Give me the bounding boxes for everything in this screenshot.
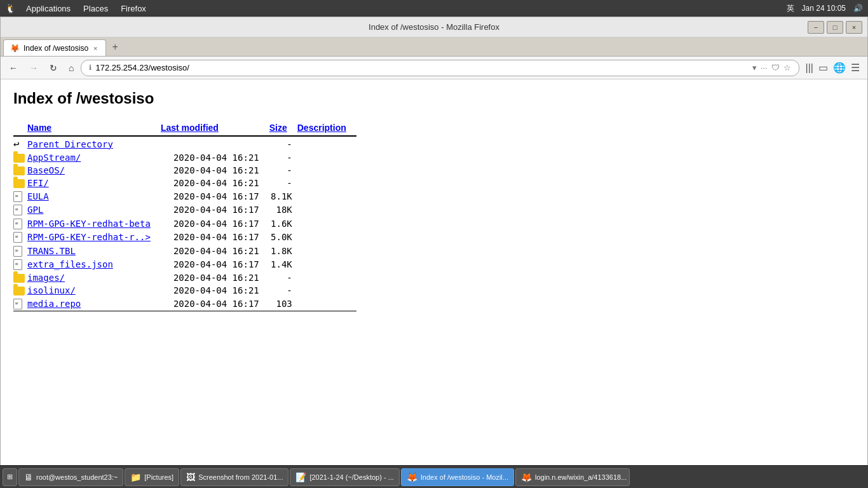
minimize-button[interactable]: −	[808, 21, 824, 34]
taskbar: ⊞ 🖥root@westos_student23:~📁[Pictures]🖼Sc…	[0, 465, 868, 488]
reload-button[interactable]: ↻	[45, 61, 62, 75]
row-icon	[13, 258, 27, 272]
folder-icon	[13, 287, 25, 295]
desc-col-header[interactable]: Description	[297, 120, 356, 136]
directory-table: Name Last modified Size Description ↩Par…	[13, 120, 356, 311]
modified-sort-link[interactable]: Last modified	[161, 123, 219, 133]
tab-favicon: 🦊	[10, 44, 20, 53]
row-modified	[161, 137, 269, 151]
taskbar-item[interactable]: 🦊Index of /westosiso - Mozil...	[401, 468, 514, 486]
file-icon	[13, 205, 22, 215]
entry-link[interactable]: GPL	[27, 205, 43, 215]
entry-link[interactable]: media.repo	[27, 299, 81, 309]
table-row: RPM-GPG-KEY-redhat-r..>2020-04-04 16:175…	[13, 231, 356, 245]
row-description	[297, 271, 356, 284]
row-modified: 2020-04-04 16:21	[161, 244, 269, 258]
row-icon	[13, 271, 27, 284]
name-sort-link[interactable]: Name	[27, 123, 51, 133]
url-shield-icon[interactable]: 🛡	[771, 63, 780, 72]
row-name: BaseOS/	[27, 164, 161, 177]
entry-link[interactable]: RPM-GPG-KEY-redhat-r..>	[27, 232, 151, 242]
row-size: -	[269, 271, 297, 284]
back-button[interactable]: ←	[4, 61, 22, 75]
row-modified: 2020-04-04 16:17	[161, 189, 269, 203]
table-row: extra_files.json2020-04-04 16:171.4K	[13, 258, 356, 272]
maximize-button[interactable]: □	[827, 21, 843, 34]
entry-link[interactable]: RPM-GPG-KEY-redhat-beta	[27, 219, 151, 229]
url-dropdown-icon[interactable]: ▾	[752, 63, 757, 72]
row-size: -	[269, 284, 297, 297]
taskbar-item-icon: 🦊	[521, 472, 532, 482]
taskbar-item[interactable]: 🦊login.n.ew/wixin_a/4133618...	[515, 468, 630, 486]
row-icon	[13, 189, 27, 203]
tab-close-button[interactable]: ×	[92, 44, 98, 52]
entry-link[interactable]: AppStream/	[27, 152, 81, 163]
row-modified: 2020-04-04 16:17	[161, 258, 269, 272]
entry-link[interactable]: extra_files.json	[27, 259, 113, 269]
taskbar-item-icon: 🦊	[407, 472, 417, 482]
applications-menu[interactable]: Applications	[21, 3, 76, 15]
row-description	[297, 217, 356, 231]
taskbar-item[interactable]: 🖼Screenshot from 2021-01...	[180, 468, 288, 486]
entry-link[interactable]: BaseOS/	[27, 165, 65, 175]
taskbar-item[interactable]: 📁[Pictures]	[125, 468, 179, 486]
menu-icon[interactable]: ☰	[851, 62, 860, 74]
sidebar-icon[interactable]: ▭	[818, 62, 828, 74]
directory-body: ↩Parent Directory-AppStream/2020-04-04 1…	[13, 137, 356, 311]
taskbar-item-icon: 🖥	[24, 472, 33, 482]
file-icon	[13, 299, 22, 309]
row-modified: 2020-04-04 16:17	[161, 297, 269, 311]
url-more-icon[interactable]: ···	[761, 63, 768, 72]
entry-link[interactable]: EFI/	[27, 178, 49, 188]
file-icon	[13, 219, 22, 229]
size-sort-link[interactable]: Size	[269, 123, 287, 133]
table-row: EULA2020-04-04 16:178.1K	[13, 189, 356, 203]
forward-button[interactable]: →	[25, 61, 43, 75]
row-size: 103	[269, 297, 297, 311]
taskbar-item[interactable]: 🖥root@westos_student23:~	[18, 468, 123, 486]
close-button[interactable]: ×	[846, 21, 862, 34]
entry-link[interactable]: isolinux/	[27, 285, 76, 295]
desc-sort-link[interactable]: Description	[297, 123, 346, 133]
row-name: images/	[27, 271, 161, 284]
row-size: -	[269, 177, 297, 189]
name-col-header[interactable]: Name	[27, 120, 161, 136]
table-row: EFI/2020-04-04 16:21-	[13, 177, 356, 189]
modified-col-header[interactable]: Last modified	[161, 120, 269, 136]
new-tab-button[interactable]: +	[107, 39, 123, 55]
row-modified: 2020-04-04 16:21	[161, 284, 269, 297]
page-title: Index of /westosiso	[13, 90, 855, 107]
library-icon[interactable]: |||	[806, 62, 813, 74]
taskbar-item-label: [2021-1-24 (~/Desktop) - ...	[309, 473, 393, 481]
show-desktop-button[interactable]: ⊞	[3, 468, 17, 486]
entry-link[interactable]: TRANS.TBL	[27, 246, 76, 256]
active-tab[interactable]: 🦊 Index of /westosiso ×	[3, 39, 106, 56]
url-bar[interactable]: ℹ 172.25.254.23/westosiso/ ▾ ··· 🛡 ☆	[81, 60, 799, 76]
home-button[interactable]: ⌂	[64, 61, 78, 75]
row-size: 18K	[269, 203, 297, 217]
entry-link[interactable]: images/	[27, 273, 65, 283]
row-name: isolinux/	[27, 284, 161, 297]
row-size: 1.8K	[269, 244, 297, 258]
taskbar-item[interactable]: 📝[2021-1-24 (~/Desktop) - ...	[290, 468, 399, 486]
row-icon	[13, 217, 27, 231]
entry-link[interactable]: EULA	[27, 191, 49, 201]
size-col-header[interactable]: Size	[269, 120, 297, 136]
icon-col-header	[13, 120, 27, 136]
file-icon	[13, 259, 22, 270]
firefox-menu[interactable]: Firefox	[116, 3, 151, 15]
row-name: TRANS.TBL	[27, 244, 161, 258]
file-icon	[13, 246, 22, 257]
places-menu[interactable]: Places	[78, 3, 113, 15]
menubar: 🐧 Applications Places Firefox 英 Jan 24 1…	[0, 0, 868, 17]
entry-link[interactable]: Parent Directory	[27, 139, 113, 149]
row-name: EULA	[27, 189, 161, 203]
folder-icon	[13, 154, 25, 163]
row-size: 1.4K	[269, 258, 297, 272]
table-row: isolinux/2020-04-04 16:21-	[13, 284, 356, 297]
volume-icon[interactable]: 🔊	[853, 4, 863, 13]
row-size: -	[269, 151, 297, 164]
row-name: GPL	[27, 203, 161, 217]
url-bookmark-icon[interactable]: ☆	[783, 63, 791, 72]
account-icon[interactable]: 🌐	[833, 62, 846, 74]
